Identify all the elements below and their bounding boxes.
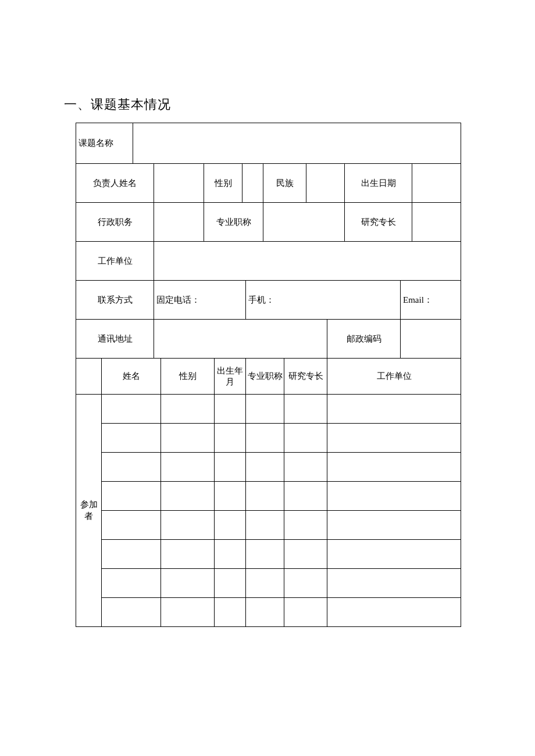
p-spec[interactable] bbox=[284, 453, 327, 482]
p-gender[interactable] bbox=[161, 569, 215, 598]
p-unit[interactable] bbox=[327, 511, 461, 540]
value-birth-date[interactable] bbox=[412, 164, 461, 203]
p-spec[interactable] bbox=[284, 540, 327, 569]
section-heading: 一、课题基本情况 bbox=[64, 96, 471, 113]
col-gender: 性别 bbox=[161, 359, 215, 395]
p-birth[interactable] bbox=[215, 395, 246, 424]
label-work-unit: 工作单位 bbox=[76, 242, 154, 281]
col-spec: 研究专长 bbox=[284, 359, 327, 395]
p-birth[interactable] bbox=[215, 424, 246, 453]
label-participants: 参加者 bbox=[76, 395, 102, 627]
p-name[interactable] bbox=[102, 569, 161, 598]
p-spec[interactable] bbox=[284, 395, 327, 424]
p-birth[interactable] bbox=[215, 482, 246, 511]
p-gender[interactable] bbox=[161, 482, 215, 511]
p-name[interactable] bbox=[102, 482, 161, 511]
p-unit[interactable] bbox=[327, 482, 461, 511]
label-email[interactable]: Email： bbox=[401, 281, 461, 320]
p-title[interactable] bbox=[246, 395, 284, 424]
label-mobile[interactable]: 手机： bbox=[246, 281, 401, 320]
label-landline[interactable]: 固定电话： bbox=[154, 281, 246, 320]
p-gender[interactable] bbox=[161, 511, 215, 540]
p-spec[interactable] bbox=[284, 424, 327, 453]
label-birth-date: 出生日期 bbox=[345, 164, 412, 203]
p-unit[interactable] bbox=[327, 598, 461, 627]
p-unit[interactable] bbox=[327, 540, 461, 569]
p-unit[interactable] bbox=[327, 453, 461, 482]
p-name[interactable] bbox=[102, 395, 161, 424]
col-title: 专业职称 bbox=[246, 359, 284, 395]
label-project-name: 课题名称 bbox=[76, 123, 133, 164]
p-birth[interactable] bbox=[215, 540, 246, 569]
p-gender[interactable] bbox=[161, 395, 215, 424]
p-gender[interactable] bbox=[161, 453, 215, 482]
value-admin-post[interactable] bbox=[154, 203, 204, 242]
form-table: 课题名称 负责人姓名 性别 民族 出生日期 行政职务 专业职称 研究专长 工作单… bbox=[76, 123, 461, 627]
p-title[interactable] bbox=[246, 482, 284, 511]
p-gender[interactable] bbox=[161, 540, 215, 569]
p-spec[interactable] bbox=[284, 598, 327, 627]
col-birth: 出生年月 bbox=[215, 359, 246, 395]
p-name[interactable] bbox=[102, 540, 161, 569]
label-contact: 联系方式 bbox=[76, 281, 154, 320]
value-prof-title[interactable] bbox=[263, 203, 345, 242]
p-title[interactable] bbox=[246, 540, 284, 569]
p-name[interactable] bbox=[102, 453, 161, 482]
label-address: 通讯地址 bbox=[76, 320, 154, 359]
label-ethnicity: 民族 bbox=[263, 164, 306, 203]
value-leader-name[interactable] bbox=[154, 164, 204, 203]
p-name[interactable] bbox=[102, 511, 161, 540]
p-unit[interactable] bbox=[327, 569, 461, 598]
value-ethnicity[interactable] bbox=[306, 164, 345, 203]
p-birth[interactable] bbox=[215, 569, 246, 598]
p-gender[interactable] bbox=[161, 424, 215, 453]
label-research-spec: 研究专长 bbox=[345, 203, 412, 242]
p-title[interactable] bbox=[246, 598, 284, 627]
p-title[interactable] bbox=[246, 453, 284, 482]
label-gender: 性别 bbox=[204, 164, 242, 203]
p-name[interactable] bbox=[102, 598, 161, 627]
p-name[interactable] bbox=[102, 424, 161, 453]
participants-corner bbox=[76, 359, 102, 395]
p-birth[interactable] bbox=[215, 453, 246, 482]
p-birth[interactable] bbox=[215, 511, 246, 540]
value-project-name[interactable] bbox=[133, 123, 461, 164]
value-research-spec[interactable] bbox=[412, 203, 461, 242]
p-unit[interactable] bbox=[327, 424, 461, 453]
label-admin-post: 行政职务 bbox=[76, 203, 154, 242]
label-prof-title: 专业职称 bbox=[204, 203, 263, 242]
value-postcode[interactable] bbox=[401, 320, 461, 359]
p-spec[interactable] bbox=[284, 482, 327, 511]
p-title[interactable] bbox=[246, 511, 284, 540]
p-spec[interactable] bbox=[284, 569, 327, 598]
col-name: 姓名 bbox=[102, 359, 161, 395]
value-work-unit[interactable] bbox=[154, 242, 461, 281]
value-gender[interactable] bbox=[242, 164, 263, 203]
p-title[interactable] bbox=[246, 424, 284, 453]
p-spec[interactable] bbox=[284, 511, 327, 540]
value-address[interactable] bbox=[154, 320, 327, 359]
p-title[interactable] bbox=[246, 569, 284, 598]
label-leader-name: 负责人姓名 bbox=[76, 164, 154, 203]
p-gender[interactable] bbox=[161, 598, 215, 627]
label-postcode: 邮政编码 bbox=[327, 320, 401, 359]
p-unit[interactable] bbox=[327, 395, 461, 424]
col-unit: 工作单位 bbox=[327, 359, 461, 395]
p-birth[interactable] bbox=[215, 598, 246, 627]
